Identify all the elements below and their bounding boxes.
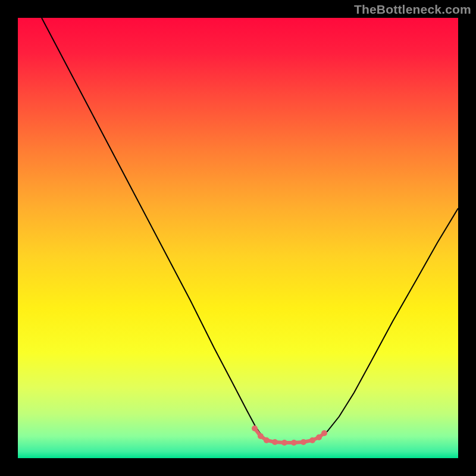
chart-frame: TheBottleneck.com xyxy=(0,0,476,476)
highlight-dot xyxy=(264,437,270,443)
chart-svg xyxy=(18,18,458,458)
plot-area xyxy=(18,18,458,458)
highlight-dot xyxy=(321,430,327,436)
highlight-dot xyxy=(272,439,278,445)
highlight-dot xyxy=(300,439,306,445)
watermark-label: TheBottleneck.com xyxy=(354,2,471,17)
highlight-dot xyxy=(316,434,322,440)
highlight-dot xyxy=(291,440,297,446)
gradient-background xyxy=(18,18,458,458)
highlight-dot xyxy=(281,440,287,446)
highlight-dot xyxy=(258,433,264,439)
highlight-dot xyxy=(309,437,315,443)
highlight-dot xyxy=(252,425,258,431)
